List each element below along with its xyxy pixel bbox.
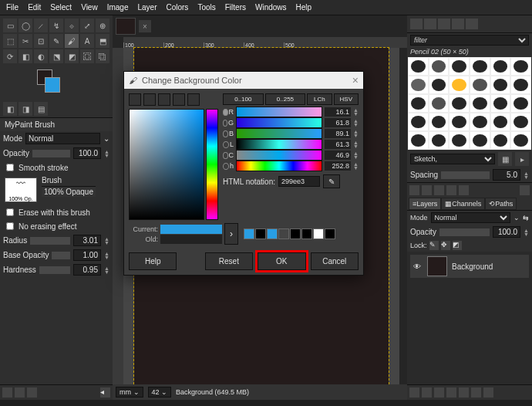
tool-18[interactable]: ◩ xyxy=(65,49,79,63)
radius-value[interactable]: 3.01 xyxy=(73,235,101,246)
brush-thumb-4[interactable] xyxy=(490,57,511,76)
brush-thumb-19[interactable] xyxy=(429,113,450,131)
brush-thumb-12[interactable] xyxy=(408,94,429,113)
tool-13[interactable]: ⬒ xyxy=(96,34,109,48)
close-tab-icon[interactable]: × xyxy=(139,20,151,32)
history-swatch-7[interactable] xyxy=(325,228,335,239)
lock-alpha-icon[interactable]: ◩ xyxy=(453,241,462,250)
range-100-button[interactable]: 0..100 xyxy=(223,93,264,105)
hardness-slider[interactable] xyxy=(39,266,70,274)
mode-select[interactable]: Normal xyxy=(25,133,100,144)
channel-radio-h[interactable]: h xyxy=(223,162,234,170)
brush-thumb-2[interactable] xyxy=(449,57,470,76)
channel-radio-C[interactable]: C xyxy=(223,151,234,159)
tool-0[interactable]: ▭ xyxy=(3,19,17,32)
baseop-value[interactable]: 1.00 xyxy=(73,249,101,261)
brush-thumb-0[interactable] xyxy=(408,57,429,76)
channel-slider-B[interactable] xyxy=(236,128,322,139)
images-tab[interactable]: ▤ xyxy=(34,102,48,116)
left-arrow-icon[interactable]: ◂ xyxy=(100,387,110,398)
layer-opacity-stepper[interactable]: ▲▼ xyxy=(524,228,529,236)
channel-slider-L[interactable] xyxy=(236,139,322,150)
layer-action-2[interactable] xyxy=(434,387,444,398)
channel-slider-G[interactable] xyxy=(236,117,322,128)
menu-tools[interactable]: Tools xyxy=(197,3,215,12)
menu-filters[interactable]: Filters xyxy=(225,3,246,12)
spacing-slider[interactable] xyxy=(441,171,490,179)
eye-icon[interactable]: 👁 xyxy=(412,262,423,271)
channel-value-B[interactable]: 89.1 xyxy=(325,129,351,138)
color-field[interactable] xyxy=(129,109,204,220)
tool-11[interactable]: 🖌 xyxy=(65,34,79,48)
brush-thumb-8[interactable] xyxy=(449,76,470,94)
reset-button[interactable]: Reset xyxy=(205,252,253,270)
brush-thumb-26[interactable] xyxy=(449,131,470,150)
save-preset-icon[interactable] xyxy=(2,387,12,398)
channel-stepper-L[interactable]: ▲▼ xyxy=(353,140,359,148)
brush-thumb-24[interactable] xyxy=(408,131,429,150)
smooth-stroke-checkbox[interactable]: Smooth stroke xyxy=(0,161,113,174)
opacity-slider[interactable] xyxy=(32,150,70,157)
channel-value-R[interactable]: 16.1 xyxy=(325,107,351,117)
brush-thumb-7[interactable] xyxy=(429,76,450,94)
opacity-value[interactable]: 100.0 xyxy=(73,147,101,159)
refresh-brush-icon[interactable] xyxy=(459,185,469,195)
tool-options-tab[interactable]: ◧ xyxy=(3,102,17,116)
tool-7[interactable]: ⬚ xyxy=(3,34,17,48)
brush-filter-input[interactable]: filter xyxy=(410,35,529,46)
brush-menu-icon[interactable]: ▸ xyxy=(515,152,529,166)
history-swatch-0[interactable] xyxy=(244,228,254,239)
layer-action-5[interactable] xyxy=(471,387,481,398)
tool-9[interactable]: ⊡ xyxy=(34,34,48,48)
tool-3[interactable]: ↯ xyxy=(49,19,63,32)
history-swatch-6[interactable] xyxy=(313,228,324,239)
brush-thumb-15[interactable] xyxy=(470,94,490,113)
radius-slider[interactable] xyxy=(30,237,70,245)
history-swatch-4[interactable] xyxy=(290,228,301,239)
tool-16[interactable]: ◐ xyxy=(34,49,48,63)
close-icon[interactable]: × xyxy=(352,74,359,86)
range-255-button[interactable]: 0..255 xyxy=(265,93,306,105)
history-swatch-3[interactable] xyxy=(278,228,289,239)
history-swatch-5[interactable] xyxy=(301,228,312,239)
swap-arrow-icon[interactable]: › xyxy=(224,223,238,245)
background-swatch[interactable] xyxy=(45,77,60,93)
channel-stepper-R[interactable]: ▲▼ xyxy=(353,108,359,116)
del-brush-icon[interactable] xyxy=(446,185,456,195)
brush-menu2-icon[interactable] xyxy=(520,185,530,195)
lch-button[interactable]: LCh xyxy=(307,93,332,105)
dialog-titlebar[interactable]: 🖌 Change Background Color × xyxy=(124,72,363,89)
channel-slider-C[interactable] xyxy=(236,150,322,161)
channel-radio-B[interactable]: B xyxy=(223,130,234,137)
tool-15[interactable]: ◧ xyxy=(19,49,32,63)
tool-14[interactable]: ⟳ xyxy=(3,49,17,63)
picker-mode-1[interactable] xyxy=(143,93,156,106)
layer-name[interactable]: Background xyxy=(452,262,493,271)
menu-layer[interactable]: Layer xyxy=(137,3,157,12)
menu-image[interactable]: Image xyxy=(107,3,129,12)
brush-preview[interactable]: 〰100% Op. xyxy=(5,178,37,202)
tool-4[interactable]: ⟐ xyxy=(65,19,79,32)
channel-radio-L[interactable]: L xyxy=(223,140,234,148)
tool-6[interactable]: ⊕ xyxy=(96,19,109,32)
brush-thumb-5[interactable] xyxy=(510,57,531,76)
history-swatch-2[interactable] xyxy=(267,228,278,239)
brush-thumb-14[interactable] xyxy=(449,94,470,113)
lock-position-icon[interactable]: ✥ xyxy=(441,241,450,250)
right-tab-1[interactable] xyxy=(424,19,436,29)
channel-slider-R[interactable] xyxy=(236,107,322,117)
brush-category-select[interactable]: Sketch, xyxy=(410,154,495,164)
history-swatch-1[interactable] xyxy=(255,228,266,239)
picker-mode-2[interactable] xyxy=(158,93,170,106)
layer-action-6[interactable] xyxy=(483,387,493,398)
brush-thumb-21[interactable] xyxy=(470,113,490,131)
layer-opacity-value[interactable]: 100.0 xyxy=(493,226,520,238)
layer-action-4[interactable] xyxy=(459,387,469,398)
channel-value-L[interactable]: 61.3 xyxy=(325,140,351,149)
color-swatches[interactable] xyxy=(3,69,109,97)
tool-20[interactable]: ⿻ xyxy=(96,49,109,63)
brush-thumb-17[interactable] xyxy=(510,94,531,113)
tool-5[interactable]: ⤢ xyxy=(80,19,94,32)
html-notation-input[interactable] xyxy=(278,176,320,187)
restore-preset-icon[interactable] xyxy=(15,387,25,398)
